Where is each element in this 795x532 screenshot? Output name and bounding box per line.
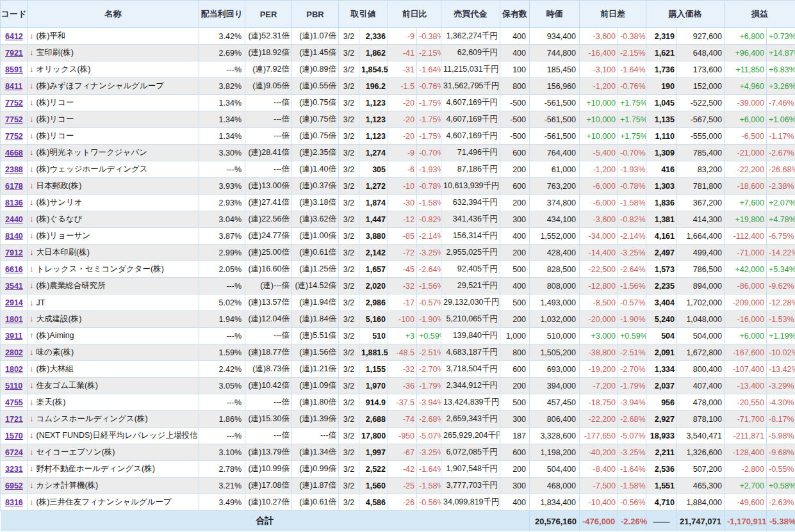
day-diff-value: -3,600: [580, 28, 618, 45]
turnover-value: 31,562,795千円: [441, 78, 500, 95]
down-arrow-icon: ↓: [29, 497, 34, 506]
dividend-yield-value: 2.42%: [199, 361, 245, 378]
day-change-value: -25: [388, 478, 417, 494]
purchase-unit-price: 1,551: [646, 478, 677, 494]
stock-code-link[interactable]: 8140: [5, 232, 23, 241]
trade-price: 1,123: [359, 111, 388, 128]
col-header-pbr: PBR: [292, 1, 339, 28]
stock-code-link[interactable]: 2914: [5, 298, 23, 307]
down-arrow-icon: ↓: [29, 298, 34, 307]
stock-code-link[interactable]: 1801: [5, 315, 23, 324]
trade-price: 4,586: [359, 494, 388, 511]
stock-code-link[interactable]: 8136: [5, 198, 23, 207]
stock-code-link[interactable]: 1570: [5, 431, 23, 440]
stock-code-link[interactable]: 7752: [5, 99, 23, 108]
stock-code-link[interactable]: 2802: [5, 348, 23, 357]
purchase-total: 878,100: [677, 411, 725, 428]
purchase-total: 781,800: [677, 178, 725, 195]
day-diff-percent: -1.64%: [618, 61, 646, 78]
market-value: 185,450: [530, 61, 580, 78]
stock-code-link[interactable]: 6178: [5, 182, 23, 191]
down-arrow-icon: ↓: [29, 81, 34, 90]
market-value: 693,000: [530, 361, 580, 378]
trade-date: 3/2: [339, 311, 359, 328]
total-row: 合計 20,576,160 -476,000 -2.26% —— 21,747,…: [1, 511, 795, 532]
turnover-value: 11,215,031千円: [441, 61, 500, 78]
code-cell: 7752: [1, 95, 28, 111]
day-diff-percent: -0.76%: [618, 78, 646, 95]
stock-code-link[interactable]: 6412: [5, 32, 23, 41]
profit-loss-percent: -10.02%: [767, 344, 795, 361]
per-value: ---倍: [245, 394, 292, 411]
stock-code-link[interactable]: 8411: [5, 82, 22, 91]
stock-code-link[interactable]: 7921: [5, 49, 23, 58]
pbr-value: (連)0.37倍: [292, 178, 339, 195]
name-cell: ↓(株)明光ネットワークジャパン: [28, 145, 199, 161]
turnover-value: 13,424,839千円: [441, 394, 500, 411]
stock-name: (NEXT FUNDS)日経平均レバレッジ上場投信: [37, 431, 198, 440]
stock-code-link[interactable]: 7752: [5, 115, 23, 124]
stock-code-link[interactable]: 2440: [5, 215, 23, 224]
name-cell: ↓野村不動産ホールディングス(株): [28, 461, 199, 478]
code-cell: 3911: [1, 328, 28, 344]
profit-loss-value: -6,500: [725, 128, 767, 145]
purchase-total: -555,000: [677, 128, 725, 145]
stock-name: 味の素(株): [37, 348, 74, 357]
profit-loss-value: -20,550: [725, 394, 767, 411]
stock-code-link[interactable]: 8316: [5, 498, 23, 507]
day-change-percent: +0.59%: [417, 328, 441, 344]
purchase-total: 499,400: [677, 245, 725, 261]
stock-name: (株)大林組: [37, 364, 74, 373]
stock-code-link[interactable]: 4755: [5, 398, 23, 407]
purchase-total: 1,672,800: [677, 344, 725, 361]
stock-code-link[interactable]: 2388: [5, 165, 23, 174]
profit-loss-percent: +14.87%: [767, 45, 795, 61]
per-value: (連)15.30倍: [245, 411, 292, 428]
name-cell: ↓(株)平和: [28, 28, 199, 45]
purchase-unit-price: 1,309: [646, 145, 677, 161]
stock-code-link[interactable]: 4668: [5, 149, 23, 157]
day-change-percent: -2.68%: [417, 411, 441, 428]
day-change-percent: -0.56%: [417, 494, 441, 511]
stock-code-link[interactable]: 7912: [5, 248, 23, 257]
day-diff-value: -22,500: [580, 261, 618, 278]
shares-held: 500: [500, 294, 530, 311]
day-change-percent: -1.75%: [417, 128, 441, 145]
stock-code-link[interactable]: 3231: [5, 465, 23, 474]
day-change-value: -6: [388, 161, 417, 178]
stock-code-link[interactable]: 3911: [5, 332, 22, 341]
stock-code-link[interactable]: 8591: [5, 65, 23, 74]
dividend-yield-value: 3.49%: [199, 494, 245, 511]
table-row: 1721 ↓コムシスホールディングス(株) 1.86% (連)15.30倍 (連…: [1, 411, 795, 428]
table-row: 7921 ↓宝印刷(株) 2.69% (連)18.92倍 (連)1.45倍 3/…: [1, 45, 795, 61]
stock-code-link[interactable]: 6724: [5, 448, 23, 457]
trade-date: 3/2: [339, 28, 359, 45]
name-cell: ↓JT: [28, 294, 199, 311]
code-cell: 5110: [1, 378, 28, 394]
stock-code-link[interactable]: 1721: [5, 415, 23, 424]
stock-code-link[interactable]: 6616: [5, 265, 23, 274]
stock-code-link[interactable]: 5110: [5, 382, 22, 391]
stock-code-link[interactable]: 7752: [5, 132, 23, 141]
profit-loss-percent: -2.38%: [767, 178, 795, 195]
shares-held: 200: [500, 461, 530, 478]
day-diff-value: -8,500: [580, 294, 618, 311]
trade-price: 2,522: [359, 461, 388, 478]
pbr-value: (連)3.62倍: [292, 211, 339, 228]
day-change-value: -950: [388, 428, 417, 444]
market-value: 504,400: [530, 461, 580, 478]
down-arrow-icon: ↓: [29, 314, 34, 323]
stock-code-link[interactable]: 6952: [5, 481, 23, 490]
day-change-value: -31: [388, 61, 417, 78]
purchase-unit-price: 2,927: [646, 411, 677, 428]
turnover-value: 2,955,025千円: [441, 245, 500, 261]
day-change-percent: -3.25%: [417, 245, 441, 261]
day-change-value: -20: [388, 111, 417, 128]
stock-code-link[interactable]: 1802: [5, 365, 23, 374]
profit-loss-value: -16,000: [725, 311, 767, 328]
profit-loss-percent: -4.30%: [767, 394, 795, 411]
table-row: 8411 ↓(株)みずほフィナンシャルグループ 3.82% (連)9.05倍 (…: [1, 78, 795, 95]
dividend-yield-value: 2.05%: [199, 261, 245, 278]
stock-code-link[interactable]: 3541: [5, 282, 23, 291]
down-arrow-icon: ↓: [29, 47, 34, 57]
